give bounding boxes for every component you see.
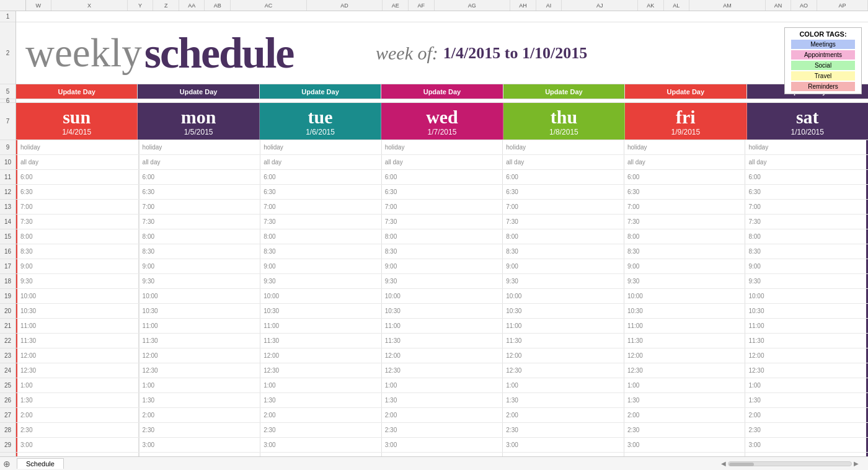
time-cell-10-day-4[interactable]: 10:00 [503, 289, 624, 303]
time-cell-8-day-5[interactable]: 9:00 [624, 259, 746, 273]
time-cell-1-day-1[interactable]: all day [139, 155, 261, 169]
time-cell-11-day-3[interactable]: 10:30 [382, 304, 503, 318]
time-cell-2-day-4[interactable]: 6:00 [503, 170, 624, 184]
time-cell-19-day-2[interactable]: 2:30 [260, 423, 382, 437]
time-cell-20-day-2[interactable]: 3:00 [260, 438, 382, 452]
time-cell-0-day-6[interactable]: holiday [745, 140, 868, 154]
time-cell-11-day-2[interactable]: 10:30 [260, 304, 382, 318]
time-cell-2-day-0[interactable]: 6:00 [16, 170, 139, 184]
update-day-fri[interactable]: Update Day [625, 84, 746, 99]
time-cell-13-day-6[interactable]: 11:30 [745, 334, 868, 348]
time-cell-14-day-3[interactable]: 12:00 [382, 348, 503, 363]
time-cell-15-day-3[interactable]: 12:30 [382, 363, 503, 378]
time-cell-6-day-1[interactable]: 8:00 [139, 229, 261, 244]
time-cell-7-day-6[interactable]: 8:30 [745, 244, 868, 259]
time-cell-18-day-3[interactable]: 2:00 [382, 408, 503, 422]
time-cell-12-day-4[interactable]: 11:00 [503, 319, 624, 333]
time-cell-19-day-4[interactable]: 2:30 [503, 423, 624, 437]
time-cell-8-day-2[interactable]: 9:00 [260, 259, 382, 273]
time-cell-7-day-2[interactable]: 8:30 [260, 244, 382, 259]
time-cell-13-day-4[interactable]: 11:30 [503, 334, 624, 348]
time-cell-5-day-1[interactable]: 7:30 [139, 215, 261, 229]
time-cell-19-day-0[interactable]: 2:30 [16, 423, 139, 437]
time-cell-2-day-6[interactable]: 6:00 [745, 170, 868, 184]
time-cell-6-day-5[interactable]: 8:00 [624, 229, 746, 244]
time-cell-3-day-3[interactable]: 6:30 [382, 185, 503, 199]
time-cell-20-day-3[interactable]: 3:00 [382, 438, 503, 452]
time-cell-0-day-5[interactable]: holiday [624, 140, 746, 154]
update-day-sun[interactable]: Update Day [16, 84, 138, 99]
update-day-wed[interactable]: Update Day [381, 84, 503, 99]
time-cell-6-day-4[interactable]: 8:00 [503, 229, 624, 244]
time-cell-2-day-1[interactable]: 6:00 [139, 170, 261, 184]
time-cell-13-day-5[interactable]: 11:30 [624, 334, 746, 348]
time-cell-5-day-3[interactable]: 7:30 [382, 215, 503, 229]
time-cell-10-day-3[interactable]: 10:00 [382, 289, 503, 303]
time-cell-2-day-3[interactable]: 6:00 [382, 170, 503, 184]
time-cell-0-day-0[interactable]: holiday [16, 140, 139, 154]
time-cell-1-day-0[interactable]: all day [16, 155, 139, 169]
time-cell-1-day-6[interactable]: all day [745, 155, 868, 169]
time-cell-6-day-6[interactable]: 8:00 [745, 229, 868, 244]
time-cell-13-day-0[interactable]: 11:30 [16, 334, 139, 348]
time-cell-10-day-1[interactable]: 10:00 [139, 289, 261, 303]
time-cell-12-day-5[interactable]: 11:00 [624, 319, 746, 333]
time-cell-10-day-6[interactable]: 10:00 [745, 289, 868, 303]
time-cell-15-day-2[interactable]: 12:30 [260, 363, 382, 378]
time-cell-15-day-4[interactable]: 12:30 [503, 363, 624, 378]
time-cell-18-day-2[interactable]: 2:00 [260, 408, 382, 422]
time-cell-7-day-5[interactable]: 8:30 [624, 244, 746, 259]
time-cell-19-day-6[interactable]: 2:30 [745, 423, 868, 437]
time-cell-1-day-3[interactable]: all day [382, 155, 503, 169]
time-cell-11-day-5[interactable]: 10:30 [624, 304, 746, 318]
time-cell-15-day-0[interactable]: 12:30 [16, 363, 139, 378]
time-cell-12-day-0[interactable]: 11:00 [16, 319, 139, 333]
time-cell-4-day-3[interactable]: 7:00 [382, 200, 503, 214]
time-cell-12-day-6[interactable]: 11:00 [745, 319, 868, 333]
time-cell-9-day-4[interactable]: 9:30 [503, 274, 624, 288]
time-cell-11-day-1[interactable]: 10:30 [139, 304, 261, 318]
time-cell-17-day-6[interactable]: 1:30 [745, 393, 868, 407]
time-cell-4-day-2[interactable]: 7:00 [260, 200, 382, 214]
time-cell-5-day-4[interactable]: 7:30 [503, 215, 624, 229]
time-cell-17-day-2[interactable]: 1:30 [260, 393, 382, 407]
time-cell-14-day-0[interactable]: 12:00 [16, 348, 139, 363]
time-cell-14-day-1[interactable]: 12:00 [139, 348, 261, 363]
time-cell-4-day-1[interactable]: 7:00 [139, 200, 261, 214]
time-cell-3-day-0[interactable]: 6:30 [16, 185, 139, 199]
time-cell-20-day-0[interactable]: 3:00 [16, 438, 139, 452]
time-cell-1-day-2[interactable]: all day [260, 155, 382, 169]
time-cell-19-day-1[interactable]: 2:30 [139, 423, 261, 437]
time-cell-4-day-6[interactable]: 7:00 [745, 200, 868, 214]
time-cell-5-day-0[interactable]: 7:30 [16, 215, 139, 229]
time-cell-19-day-5[interactable]: 2:30 [624, 423, 746, 437]
time-cell-0-day-2[interactable]: holiday [260, 140, 382, 154]
time-cell-17-day-0[interactable]: 1:30 [16, 393, 139, 407]
time-cell-10-day-2[interactable]: 10:00 [260, 289, 382, 303]
time-cell-8-day-1[interactable]: 9:00 [139, 259, 261, 273]
time-cell-8-day-4[interactable]: 9:00 [503, 259, 624, 273]
time-cell-9-day-1[interactable]: 9:30 [139, 274, 261, 288]
time-cell-2-day-5[interactable]: 6:00 [624, 170, 746, 184]
time-cell-4-day-0[interactable]: 7:00 [16, 200, 139, 214]
time-cell-9-day-2[interactable]: 9:30 [260, 274, 382, 288]
time-cell-15-day-6[interactable]: 12:30 [745, 363, 868, 378]
time-cell-17-day-3[interactable]: 1:30 [382, 393, 503, 407]
time-cell-18-day-6[interactable]: 2:00 [745, 408, 868, 422]
time-cell-3-day-4[interactable]: 6:30 [503, 185, 624, 199]
time-cell-9-day-3[interactable]: 9:30 [382, 274, 503, 288]
time-cell-7-day-4[interactable]: 8:30 [503, 244, 624, 259]
time-cell-2-day-2[interactable]: 6:00 [260, 170, 382, 184]
time-cell-0-day-3[interactable]: holiday [382, 140, 503, 154]
time-cell-1-day-5[interactable]: all day [624, 155, 746, 169]
update-day-mon[interactable]: Update Day [138, 84, 259, 99]
time-cell-8-day-0[interactable]: 9:00 [16, 259, 139, 273]
time-cell-15-day-5[interactable]: 12:30 [624, 363, 746, 378]
time-cell-13-day-3[interactable]: 11:30 [382, 334, 503, 348]
time-cell-6-day-2[interactable]: 8:00 [260, 229, 382, 244]
time-cell-14-day-5[interactable]: 12:00 [624, 348, 746, 363]
time-cell-14-day-2[interactable]: 12:00 [260, 348, 382, 363]
time-cell-9-day-6[interactable]: 9:30 [745, 274, 868, 288]
time-cell-11-day-4[interactable]: 10:30 [503, 304, 624, 318]
time-cell-10-day-5[interactable]: 10:00 [624, 289, 746, 303]
